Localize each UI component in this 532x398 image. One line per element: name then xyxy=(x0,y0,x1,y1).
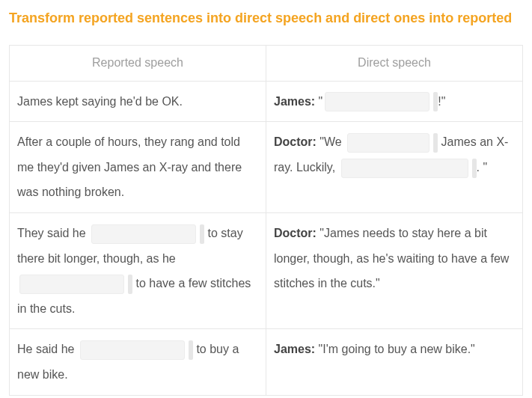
quote-pre: " xyxy=(315,95,322,108)
quote-post: !" xyxy=(438,95,445,108)
quote-post: . " xyxy=(477,161,488,174)
speaker-label: James: xyxy=(274,343,315,355)
answer-blank[interactable] xyxy=(91,224,196,244)
direct-cell: James: "I'm going to buy a new bike." xyxy=(266,329,523,395)
reported-cell: James kept saying he'd be OK. xyxy=(10,81,266,122)
reported-pre: They said he xyxy=(17,227,89,239)
col-header-reported: Reported speech xyxy=(10,46,266,81)
table-row: They said he to stay there bit longer, t… xyxy=(10,213,523,329)
answer-blank[interactable] xyxy=(19,275,124,294)
reported-cell: They said he to stay there bit longer, t… xyxy=(10,213,266,329)
speaker-label: James: xyxy=(274,95,315,108)
col-header-direct: Direct speech xyxy=(266,46,523,81)
quote-pre: "We xyxy=(317,135,345,148)
table-row: After a couple of hours, they rang and t… xyxy=(10,122,523,213)
speaker-label: Doctor: xyxy=(274,135,317,148)
quote-text: "I'm going to buy a new bike." xyxy=(315,343,475,355)
reported-cell: He said he to buy a new bike. xyxy=(10,329,266,395)
direct-cell: Doctor: "James needs to stay here a bit … xyxy=(266,213,523,329)
answer-blank[interactable] xyxy=(347,133,429,153)
reported-text: James kept saying he'd be OK. xyxy=(17,95,183,108)
exercise-title: Transform reported sentences into direct… xyxy=(9,9,523,27)
direct-cell: Doctor: "We James an X-ray. Luckily, . " xyxy=(266,122,523,213)
reported-pre: He said he xyxy=(17,343,78,355)
answer-blank[interactable] xyxy=(80,340,185,360)
reported-text: After a couple of hours, they rang and t… xyxy=(17,135,242,198)
answer-blank[interactable] xyxy=(341,159,468,178)
direct-cell: James: "!" xyxy=(266,81,523,122)
reported-cell: After a couple of hours, they rang and t… xyxy=(10,122,266,213)
table-row: James kept saying he'd be OK. James: "!" xyxy=(10,81,523,122)
answer-blank[interactable] xyxy=(325,92,429,111)
speaker-label: Doctor: xyxy=(274,227,317,239)
speech-table: Reported speech Direct speech James kept… xyxy=(9,45,523,395)
table-row: He said he to buy a new bike. James: "I'… xyxy=(10,329,523,395)
